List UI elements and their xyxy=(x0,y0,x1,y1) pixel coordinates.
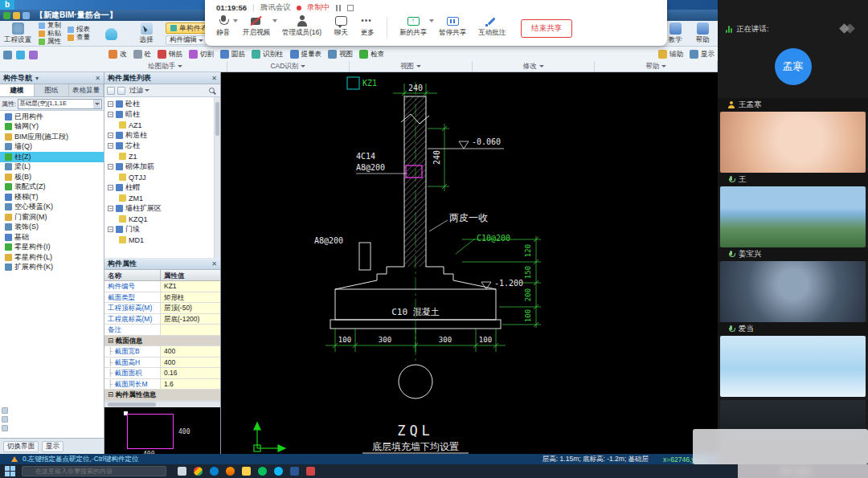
meeting-button[interactable]: 聊天 xyxy=(334,15,348,38)
chevron-down-icon[interactable] xyxy=(272,19,277,22)
property-row[interactable]: 工程顶标高(M) 层顶(-50) xyxy=(104,303,220,314)
browser-logo[interactable]: b xyxy=(0,0,14,10)
panel-pin-icon[interactable] xyxy=(35,75,39,82)
horizontal-scrollbar[interactable] xyxy=(104,401,220,407)
property-value[interactable]: 1.6 xyxy=(161,379,220,390)
end-share-button[interactable]: 结束共享 xyxy=(521,19,572,38)
meeting-button[interactable]: 管理成员(16) xyxy=(282,15,321,38)
chevron-down-icon[interactable] xyxy=(178,65,182,67)
participant-name-row[interactable]: 姜宝兴 xyxy=(718,247,868,261)
component-tree-item[interactable]: AZ1 xyxy=(104,120,220,130)
component-tree-item[interactable]: 构造柱 xyxy=(104,130,220,141)
meeting-button[interactable]: 开启视频 xyxy=(243,15,270,38)
property-value[interactable]: 0.16 xyxy=(161,368,220,378)
toolbar-button[interactable]: 识别柱 xyxy=(252,50,284,59)
property-row[interactable]: 截面宽B 400 xyxy=(104,346,220,357)
edge-icon[interactable] xyxy=(210,467,219,476)
chrome-icon[interactable] xyxy=(194,467,203,476)
qq-icon[interactable] xyxy=(274,467,283,476)
panel-close-icon[interactable] xyxy=(211,75,217,82)
toolbar-small-button[interactable]: 属性 xyxy=(37,39,63,46)
meeting-share-button[interactable]: 暂停共享 xyxy=(439,15,466,38)
component-tree-item[interactable]: 砌体加筋 xyxy=(104,161,220,172)
panel-close-icon[interactable] xyxy=(211,260,217,268)
select-tool-button[interactable]: 选择 xyxy=(130,22,162,46)
property-value[interactable]: 400 xyxy=(161,357,220,368)
property-value[interactable]: 矩形柱 xyxy=(161,292,220,303)
component-tree-item[interactable]: KZQ1 xyxy=(104,214,220,224)
nav-item[interactable]: 墙(Q) xyxy=(0,142,104,153)
property-row[interactable]: 截面类型 矩形柱 xyxy=(104,292,220,304)
stop-recording-button[interactable] xyxy=(347,5,354,11)
component-tree-item[interactable]: 柱帽 xyxy=(104,182,220,193)
collapse-icon[interactable] xyxy=(108,101,113,107)
property-row[interactable]: 工程底标高(M) 层底(-1200) xyxy=(104,314,220,325)
layers-icon[interactable] xyxy=(29,51,38,59)
nav-item[interactable]: 零星构件(I) xyxy=(0,243,104,253)
toolbar-big-button[interactable]: 帮助 xyxy=(690,22,714,46)
meeting-button[interactable]: 静音 xyxy=(216,15,231,38)
component-tree-item[interactable]: 门垛 xyxy=(104,224,220,235)
component-tree-item[interactable]: Z1 xyxy=(104,151,220,161)
dock-button[interactable] xyxy=(2,425,8,431)
toolbar-button[interactable]: 改 xyxy=(108,50,127,59)
chevron-down-icon[interactable] xyxy=(233,19,238,22)
titlebar-save-icon[interactable] xyxy=(13,12,20,19)
nav-item[interactable]: 梁(L) xyxy=(0,162,104,173)
cloud-summary-button[interactable] xyxy=(95,22,127,46)
nav-item[interactable]: 柱(Z) xyxy=(0,152,104,162)
wechat-icon[interactable] xyxy=(258,467,267,476)
property-value[interactable]: 层顶(-50) xyxy=(161,303,220,313)
floor-select[interactable]: 基础层(空)[1,1,1E xyxy=(18,99,102,109)
task-view-icon[interactable] xyxy=(178,467,186,476)
sort-icon[interactable] xyxy=(117,87,125,95)
property-row[interactable]: 备注 xyxy=(104,325,220,336)
search-icon[interactable] xyxy=(209,88,215,93)
collapse-icon[interactable] xyxy=(108,143,113,149)
component-tree-item[interactable]: 砼柱 xyxy=(104,99,220,109)
dock-button[interactable] xyxy=(2,416,8,423)
footer-button[interactable]: 切换界面 xyxy=(3,441,39,452)
property-row[interactable]: 构件属性信息 xyxy=(104,390,220,401)
property-row[interactable]: 截面高H 400 xyxy=(104,357,220,369)
component-tree-item[interactable]: 芯柱 xyxy=(104,141,220,151)
participant-video-tile[interactable] xyxy=(720,336,866,397)
titlebar-open-icon[interactable] xyxy=(23,12,30,19)
meeting-share-button[interactable]: 新的共享 xyxy=(399,15,427,38)
filter-dropdown[interactable]: 过滤 xyxy=(129,86,149,96)
nav-item[interactable]: 板(B) xyxy=(0,172,104,182)
chevron-down-icon[interactable] xyxy=(416,65,421,67)
pause-recording-button[interactable] xyxy=(335,5,342,11)
start-button[interactable] xyxy=(5,466,15,476)
nav-item[interactable]: 零星构件(L) xyxy=(0,252,104,263)
property-value[interactable]: KZ1 xyxy=(161,281,220,292)
nav-item[interactable]: 空心楼盖(K) xyxy=(0,202,104,213)
toolbar-button[interactable]: 检查 xyxy=(359,50,384,59)
navigator-tab[interactable]: 图纸 xyxy=(35,84,69,96)
toolbar-button[interactable]: 钢筋 xyxy=(158,50,182,59)
toolbar-button[interactable]: 辅助 xyxy=(658,50,683,59)
collapse-icon[interactable] xyxy=(108,185,113,190)
project-settings-button[interactable]: 工程设置 xyxy=(2,22,34,46)
navigator-tab[interactable]: 建模 xyxy=(0,84,35,96)
property-row[interactable]: 构件编号 KZ1 xyxy=(104,281,220,292)
nav-item[interactable]: 装饰(S) xyxy=(0,223,104,233)
firefox-icon[interactable] xyxy=(226,467,235,476)
chevron-down-icon[interactable] xyxy=(661,65,666,67)
active-speaker-avatar[interactable]: 孟寒 xyxy=(775,48,812,85)
meeting-app-icon[interactable] xyxy=(306,467,315,476)
component-tree-item[interactable]: QTJJ xyxy=(104,172,220,182)
nav-item[interactable]: 已用构件 xyxy=(0,112,104,122)
nav-item[interactable]: 装配式(Z) xyxy=(0,182,104,193)
dock-button[interactable] xyxy=(2,407,8,414)
list-view-icon[interactable] xyxy=(107,87,115,95)
meeting-share-button[interactable]: 互动批注 xyxy=(478,15,506,38)
nav-item[interactable]: 扩展构件(K) xyxy=(0,263,104,273)
toolbar-button[interactable]: 提量表 xyxy=(290,50,322,59)
toolbar-button[interactable]: 视图 xyxy=(328,50,353,59)
component-edit-button[interactable]: 构件编辑 xyxy=(166,35,207,45)
collapse-icon[interactable] xyxy=(108,206,113,211)
component-tree-item[interactable]: 墙柱扩展区 xyxy=(104,203,220,214)
toolbar-small-button[interactable]: 查量 xyxy=(66,35,92,42)
nav-item[interactable]: 门窗洞(M) xyxy=(0,212,104,223)
